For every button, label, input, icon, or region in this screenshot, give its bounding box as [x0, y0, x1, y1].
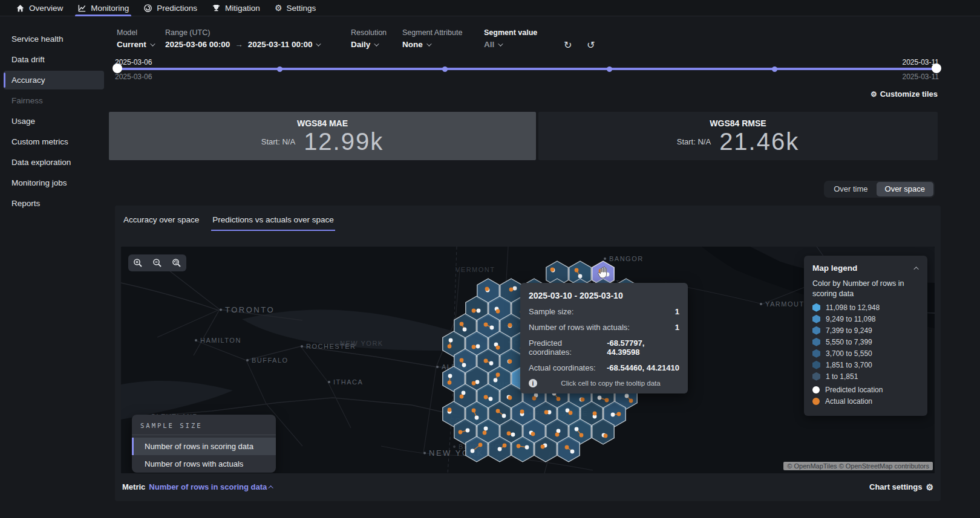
metric-label: Metric: [122, 482, 145, 491]
map-canvas[interactable]: TORONTOHAMILTONROCHESTERNEW YORKBUFFALOI…: [121, 247, 935, 473]
legend-bin: 5,550 to 7,399: [812, 338, 919, 346]
actual-location-dot: [484, 359, 488, 363]
zoom-reset-button[interactable]: [168, 256, 185, 270]
model-select[interactable]: Current: [117, 40, 154, 49]
segment-attribute-select[interactable]: None: [402, 40, 462, 49]
panel-footer: Metric Number of rows in scoring data Ch…: [122, 482, 933, 491]
actual-location-dot: [448, 345, 452, 349]
toggle-over-space[interactable]: Over space: [877, 182, 933, 196]
metric-tiles: WGS84 MAE Start: N/A 12.99k WGS84 RMSE S…: [109, 112, 938, 160]
tooltip-row-label: Predicted coordinates:: [529, 338, 607, 357]
chevron-down-icon: [498, 41, 503, 46]
range-select[interactable]: 2025-03-06 00:00→2025-03-11 00:00: [165, 40, 319, 49]
predicted-location-dot: [525, 445, 529, 450]
zoom-in-icon: [133, 258, 143, 268]
popup-item-rows-in-scoring-data[interactable]: Number of rows in scoring data: [132, 438, 276, 455]
time-range-slider: 2025-03-06 2025-03-06 2025-03-11 2025-03…: [115, 58, 939, 82]
undo-icon[interactable]: ↺: [587, 39, 595, 51]
predicted-location-dot: [578, 274, 583, 279]
refresh-icon[interactable]: ↻: [564, 39, 572, 51]
actual-location-dot: [460, 395, 464, 399]
tab-predictions-vs-actuals-over-space[interactable]: Predictions vs actuals over space: [211, 212, 335, 231]
actual-location-dot: [496, 373, 500, 377]
actual-location-dot: [460, 322, 464, 326]
tooltip-row-value: 1: [675, 323, 679, 332]
sidebar-item-data-drift[interactable]: Data drift: [4, 50, 104, 69]
predicted-location-dot: [449, 338, 453, 343]
actual-location-dot: [575, 268, 579, 273]
actual-location-dot: [544, 410, 549, 415]
resolution-select[interactable]: Daily: [351, 40, 387, 49]
slider-end-full: 2025-03-11: [903, 73, 939, 81]
popup-item-rows-with-actuals[interactable]: Number of rows with actuals: [132, 455, 276, 473]
legend-bin: 11,098 to 12,948: [812, 303, 919, 312]
hex-swatch: [812, 315, 820, 323]
hex-swatch: [812, 326, 820, 335]
sidebar-item-usage[interactable]: Usage: [4, 112, 104, 131]
segment-value-select[interactable]: All: [484, 40, 537, 49]
zoom-out-button[interactable]: [149, 256, 166, 270]
chevron-up-icon[interactable]: [913, 267, 918, 271]
sidebar-item-service-health[interactable]: Service health: [4, 30, 104, 48]
view-toggle: Over time Over space: [824, 181, 935, 198]
actual-location-dot: [605, 398, 609, 403]
tooltip-row-value: 1: [675, 307, 679, 316]
actual-location-dot: [448, 408, 452, 412]
actual-location-dot: [472, 309, 476, 313]
nav-label: Settings: [286, 4, 316, 13]
predicted-location-dot: [484, 427, 488, 431]
predicted-location-dot: [513, 287, 517, 291]
toggle-over-time[interactable]: Over time: [825, 182, 876, 196]
tooltip-row-label: Actual coordinates:: [529, 363, 596, 372]
customize-tiles-button[interactable]: ⚙Customize tiles: [109, 89, 938, 99]
actual-location-dot: [555, 433, 560, 437]
nav-label: Mitigation: [225, 4, 260, 13]
map-zoom-controls: [128, 254, 186, 271]
sidebar-item-reports[interactable]: Reports: [4, 194, 104, 213]
predicted-location-dot: [489, 397, 493, 401]
sidebar-item-fairness[interactable]: Fairness: [4, 91, 104, 110]
hex-swatch: [812, 372, 820, 381]
actual-location-dot: [565, 445, 569, 450]
chart-settings-button[interactable]: Chart settings⚙: [869, 482, 933, 491]
tooltip-hint: Click cell to copy the tooltip data: [542, 380, 679, 387]
nav-item-mitigation[interactable]: Mitigation: [204, 0, 267, 16]
predicted-location-dot: [471, 449, 475, 453]
zoom-in-button[interactable]: [129, 256, 146, 270]
zoom-out-icon: [152, 258, 162, 268]
legend-subtitle: Color by Number of rows in scoring data: [812, 279, 919, 299]
predicted-location-dot: [511, 433, 515, 437]
nav-item-overview[interactable]: Overview: [8, 0, 70, 16]
actual-location-dot: [580, 433, 584, 438]
actual-location-dot: [520, 410, 524, 414]
metric-selector[interactable]: Number of rows in scoring data: [149, 482, 273, 491]
nav-item-monitoring[interactable]: Monitoring: [70, 0, 136, 16]
slider-handle-start[interactable]: [113, 63, 122, 73]
hex-swatch: [812, 303, 820, 312]
nav-item-predictions[interactable]: Predictions: [136, 0, 204, 16]
segment-attribute-control: Segment Attribute None: [402, 28, 462, 49]
sidebar-item-custom-metrics[interactable]: Custom metrics: [4, 132, 104, 151]
sidebar-item-monitoring-jobs[interactable]: Monitoring jobs: [4, 173, 104, 192]
app-root: Overview Monitoring Predictions Mitigati…: [0, 0, 980, 518]
nav-item-settings[interactable]: ⚙ Settings: [267, 0, 323, 16]
tile-wgs84-rmse[interactable]: WGS84 RMSE Start: N/A 21.46k: [538, 112, 938, 160]
sidebar-item-data-exploration[interactable]: Data exploration: [4, 153, 104, 172]
slider-track[interactable]: [115, 68, 939, 70]
actual-location-dot: [509, 288, 514, 292]
predicted-location-dot: [611, 413, 615, 417]
sidebar-item-accuracy[interactable]: Accuracy: [4, 71, 104, 89]
slider-tick: [772, 66, 777, 72]
cell-tooltip: 2025-03-10 - 2025-03-10 Sample size:1 Nu…: [520, 283, 688, 393]
segment-value-label: Segment value: [484, 28, 537, 37]
slider-handle-end[interactable]: [932, 63, 941, 73]
tooltip-row-value: -68.57797, 44.39598: [607, 338, 679, 357]
actual-location-dot: [604, 434, 608, 438]
predicted-location-dot: [557, 429, 561, 433]
map-attribution[interactable]: © OpenMapTiles © OpenStreetMap contribut…: [783, 462, 933, 470]
tab-accuracy-over-space[interactable]: Accuracy over space: [122, 212, 200, 231]
tile-value: 12.99k: [304, 129, 384, 154]
predicted-location-dot: [466, 429, 470, 433]
tile-wgs84-mae[interactable]: WGS84 MAE Start: N/A 12.99k: [109, 112, 536, 160]
actual-location-dot: [517, 444, 521, 448]
